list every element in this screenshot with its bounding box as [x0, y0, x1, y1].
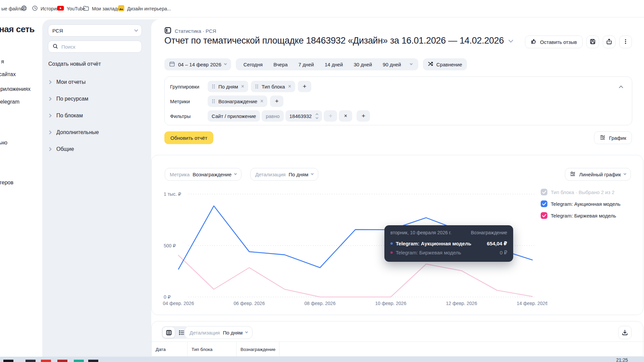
legend-item-exchange[interactable]: Telegram: Биржевая модель: [541, 212, 621, 219]
preset-30-days[interactable]: 30 дней: [352, 62, 374, 67]
dropdown-value: Вознаграждение: [193, 172, 231, 177]
checkbox-checked[interactable]: [541, 200, 547, 207]
nav-item[interactable]: сайтах: [0, 71, 16, 77]
series-dot-blue: [390, 242, 393, 245]
preset-yesterday[interactable]: Вчера: [272, 62, 289, 67]
metrics-row: Метрики Вознаграждение × +: [170, 96, 632, 107]
create-report-link[interactable]: Создать новый отчёт: [48, 61, 101, 67]
add-filter-button[interactable]: +: [357, 110, 370, 122]
remove-filter-button[interactable]: ×: [339, 110, 352, 122]
table-detail-dropdown[interactable]: Детализация По дням: [184, 326, 253, 339]
bookmark-my-bookmarks[interactable]: Мои закладки: [83, 5, 122, 12]
preset-7-days[interactable]: 7 дней: [297, 62, 316, 67]
filter-operator-chip[interactable]: равно: [262, 110, 283, 122]
nav-item[interactable]: геров: [0, 180, 13, 186]
sidebar-item-common[interactable]: Общие: [48, 146, 74, 152]
breadcrumb[interactable]: Статистика · РСЯ: [164, 27, 216, 35]
remove-chip-icon[interactable]: ×: [241, 83, 244, 89]
remove-chip-icon[interactable]: ×: [288, 83, 291, 89]
detail-dropdown[interactable]: Детализация По дням: [250, 168, 318, 181]
add-filter-value-button[interactable]: +: [324, 110, 337, 122]
chip-label: равно: [266, 113, 279, 119]
columns-view-button[interactable]: [163, 327, 175, 338]
bookmark-globe[interactable]: [21, 5, 27, 12]
header-actions: Оставить отзыв: [525, 36, 632, 48]
workspace-select-value: РСЯ: [52, 28, 63, 34]
sidebar-item-by-resources[interactable]: По ресурсам: [48, 96, 88, 102]
grouping-chip-by-days[interactable]: По дням ×: [208, 81, 248, 92]
share-button[interactable]: [603, 36, 615, 48]
chip-label: По дням: [218, 84, 238, 89]
feedback-button[interactable]: Оставить отзыв: [525, 36, 583, 48]
remove-chip-icon[interactable]: ×: [260, 98, 263, 104]
query-builder: Группировки По дням × Тип блока × +: [164, 76, 632, 125]
page-title: Отчет по тематической площадке 18463932 …: [164, 36, 513, 46]
comparison-button[interactable]: Сравнение: [423, 58, 467, 70]
taskbar-app-icon[interactable]: [41, 360, 51, 362]
bookmark-label: YouTube: [67, 6, 85, 11]
app-window: ная сеть я сайтах риложениях elegram ьно…: [0, 17, 644, 362]
add-grouping-button[interactable]: +: [298, 81, 311, 92]
chip-label: Сайт / приложение: [212, 113, 256, 119]
legend-group-toggle[interactable]: Тип блока · Выбрано 2 из 2: [541, 189, 621, 195]
tree-label: Дополнительные: [56, 129, 99, 135]
metric-dropdown[interactable]: Метрика Вознаграждение: [165, 168, 241, 181]
filter-field-chip[interactable]: Сайт / приложение: [208, 110, 260, 122]
nav-item[interactable]: elegram: [0, 99, 19, 105]
search-input[interactable]: Поиск: [48, 41, 142, 53]
filter-value-input[interactable]: 18463932: [285, 110, 322, 122]
date-range-picker[interactable]: 04 – 14 февр 2026: [164, 58, 231, 70]
search-icon: [52, 43, 58, 50]
reports-sidebar: РСЯ Поиск Создать новый отчёт Мои отчеты…: [42, 19, 159, 357]
taskbar-app-icon[interactable]: [88, 360, 98, 362]
folder-icon: [83, 5, 89, 12]
nav-item[interactable]: риложениях: [0, 86, 31, 92]
number-stepper[interactable]: [316, 114, 318, 119]
taskbar-app-icon[interactable]: [25, 360, 36, 362]
chevron-down-icon[interactable]: [410, 62, 412, 65]
report-icon: [164, 27, 171, 35]
save-button[interactable]: [586, 36, 599, 48]
bookmark-history[interactable]: История: [32, 5, 59, 12]
thumbs-up-icon: [531, 38, 537, 46]
chevron-right-icon: [48, 147, 51, 151]
drag-handle-icon: [212, 84, 215, 89]
chart-toggle-button[interactable]: График: [594, 131, 632, 144]
column-header-block-type[interactable]: Тип блока: [187, 342, 236, 357]
chart-wave-icon: [570, 171, 576, 178]
preset-today[interactable]: Сегодня: [242, 62, 265, 67]
nav-item[interactable]: ьно: [0, 140, 7, 146]
workspace-select[interactable]: РСЯ: [48, 24, 142, 37]
column-header-date[interactable]: Дата: [152, 342, 187, 357]
breadcrumb-text: Статистика · РСЯ: [175, 28, 216, 34]
sidebar-item-additional[interactable]: Дополнительные: [48, 129, 99, 135]
sidebar-item-my-reports[interactable]: Мои отчеты: [48, 79, 86, 85]
tree-label: По ресурсам: [56, 96, 88, 102]
column-header-reward[interactable]: Вознаграждение: [236, 342, 279, 357]
checkbox-checked[interactable]: [541, 212, 547, 219]
taskbar-app-icon[interactable]: [3, 360, 13, 362]
svg-text:08 февр. 2026: 08 февр. 2026: [305, 301, 336, 306]
share-icon: [606, 38, 612, 46]
chevron-down-icon[interactable]: [508, 38, 513, 42]
preset-14-days[interactable]: 14 дней: [323, 62, 345, 67]
preset-90-days[interactable]: 90 дней: [381, 62, 403, 67]
more-menu-button[interactable]: [619, 36, 632, 48]
chart-type-dropdown[interactable]: Линейный график: [565, 168, 631, 181]
bookmark-youtube[interactable]: YouTube: [57, 6, 85, 12]
checkbox-checked-disabled: [541, 189, 547, 195]
chevron-down-icon: [624, 172, 626, 175]
add-metric-button[interactable]: +: [270, 96, 283, 107]
taskbar-app-icon[interactable]: [57, 360, 67, 362]
download-button[interactable]: [618, 326, 632, 339]
grouping-chip-block-type[interactable]: Тип блока ×: [251, 81, 295, 92]
nav-item[interactable]: я: [1, 59, 4, 65]
series-dot-pink: [390, 251, 393, 254]
sidebar-item-by-blocks[interactable]: По блокам: [48, 113, 83, 119]
legend-item-auction[interactable]: Telegram: Аукционная модель: [541, 200, 621, 207]
metric-chip-reward[interactable]: Вознаграждение ×: [208, 96, 267, 107]
bookmark-design[interactable]: Дизайн интерьера...: [118, 5, 171, 12]
update-report-button[interactable]: Обновить отчёт: [164, 131, 213, 144]
chevron-down-icon: [311, 172, 314, 175]
taskbar-app-icon[interactable]: [74, 360, 84, 362]
